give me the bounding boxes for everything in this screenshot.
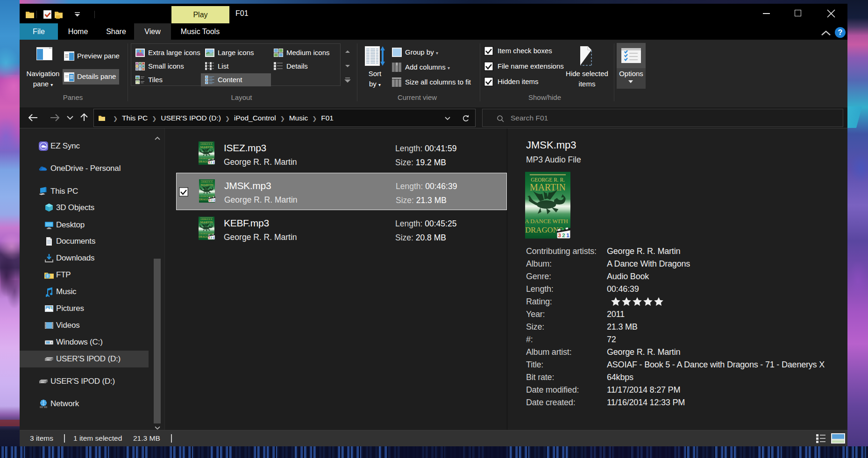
svg-text:2: 2 (562, 233, 565, 238)
svg-text:1: 1 (566, 233, 569, 238)
svg-text:GEORGE R. R.: GEORGE R. R. (200, 143, 212, 145)
svg-text:MARTIN: MARTIN (200, 145, 213, 149)
svg-text:MARTIN: MARTIN (530, 182, 566, 192)
svg-text:MARTIN: MARTIN (201, 183, 213, 187)
svg-text:GEORGE R. R.: GEORGE R. R. (201, 181, 213, 183)
svg-text:GEORGE R. R.: GEORGE R. R. (200, 218, 212, 220)
svg-text:3: 3 (558, 233, 561, 238)
svg-text:A DANCE WITH: A DANCE WITH (525, 218, 568, 225)
svg-text:MARTIN: MARTIN (200, 220, 213, 224)
